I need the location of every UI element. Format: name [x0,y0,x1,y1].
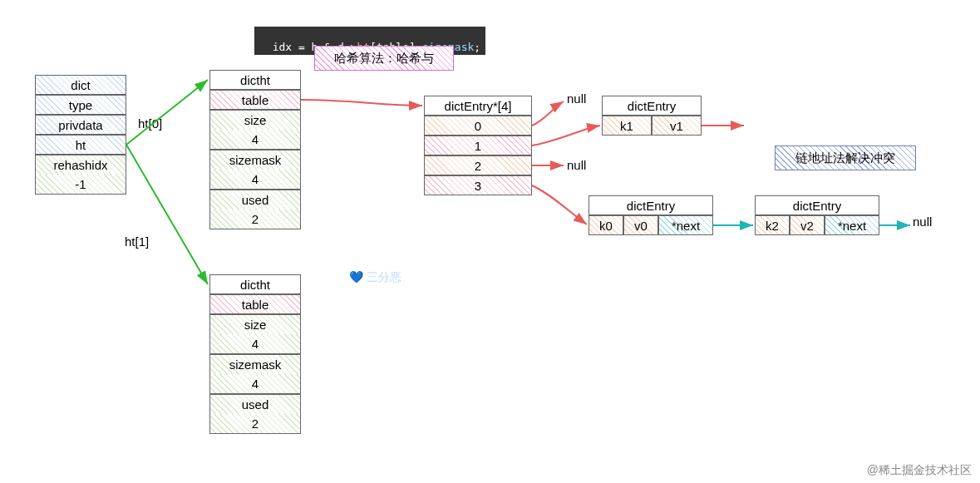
dictentry-e2-next: *next [825,215,879,235]
dictht0-used-label: used [209,190,301,209]
entry-slot-3: 3 [424,175,532,195]
dict-title: dict [35,75,126,95]
dict-field-rehashidx-label: rehashidx [35,155,126,175]
dictentry-e0-title: dictEntry [588,195,713,215]
dictht0-size-label: size [209,110,301,130]
null-slot0: null [567,91,586,106]
dictentry-e0-k: k0 [588,215,623,235]
entry-array-title: dictEntry*[4] [424,96,532,116]
entry-slot-1: 1 [424,136,532,155]
null-slot2: null [567,158,586,172]
dictht0-sizemask-label: sizemask [209,150,301,170]
dictentry-e2-v: v2 [790,215,825,235]
entry-slot-2: 2 [424,155,532,175]
dictentry-e0-v: v0 [623,215,658,235]
dictht0-size-val: 4 [209,130,301,150]
callout-hash-algorithm: 哈希算法：哈希与 [314,46,454,71]
dictht0-table: table [209,90,301,110]
dictentry-e2-k: k2 [755,215,790,235]
label-ht0: ht[0] [138,116,162,131]
dict-field-rehashidx-value: -1 [35,175,126,195]
dictht0-sizemask-val: 4 [209,170,301,190]
entry-slot-0: 0 [424,116,532,136]
dict-field-type: type [35,95,126,115]
dictht1-used-val: 2 [209,414,301,434]
dictht1-title: dictht [209,274,301,294]
dictentry-e1-title: dictEntry [602,96,702,116]
watermark-center: 💙 三分恶 [349,270,401,285]
dictentry-e2-title: dictEntry [755,195,879,215]
callout-chain-text: 链地址法解决冲突 [795,150,895,166]
dictentry-e0-next: *next [658,215,713,235]
label-ht1: ht[1] [125,234,149,249]
null-end: null [913,214,932,229]
dictht1-size-label: size [209,314,301,334]
callout-chain-addressing: 链地址法解决冲突 [775,145,916,170]
dictentry-e1-v: v1 [652,116,702,136]
dictht1-size-val: 4 [209,334,301,354]
dictht1-sizemask-val: 4 [209,374,301,394]
dict-field-privdata: privdata [35,115,126,135]
dict-field-ht: ht [35,135,126,155]
dictht0-used-val: 2 [209,209,301,229]
dictentry-e1-k: k1 [602,116,652,136]
callout-hash-text: 哈希算法：哈希与 [334,51,434,67]
dictht1-sizemask-label: sizemask [209,354,301,374]
watermark-corner: @稀土掘金技术社区 [867,463,972,478]
dictht1-used-label: used [209,394,301,414]
dictht0-title: dictht [209,70,301,90]
dictht1-table: table [209,294,301,314]
